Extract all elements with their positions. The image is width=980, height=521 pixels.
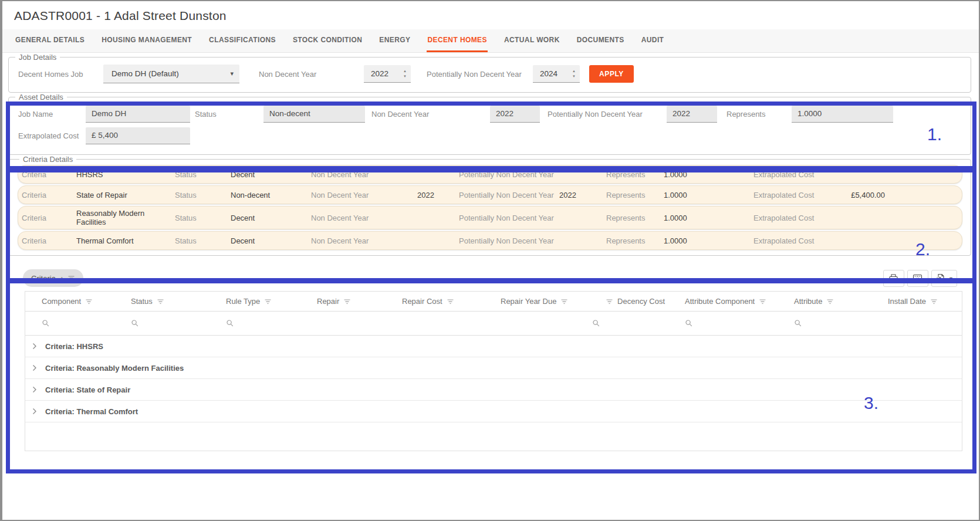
spinner-value: 2022 <box>371 69 388 78</box>
select-value: Demo DH (Default) <box>111 69 179 78</box>
non-decent-year-value: 2022 <box>379 191 440 199</box>
header-filter-icon[interactable] <box>560 299 568 305</box>
sort-ascending-icon: ↑ <box>60 274 64 283</box>
header-filter-icon[interactable] <box>759 299 766 305</box>
potentially-label: Potentially Non Decent Year <box>440 236 557 245</box>
export-button[interactable]: ▾ <box>931 270 957 287</box>
status-field: Non-decent <box>263 106 365 123</box>
group-row-hhsrs[interactable]: Criteria: HHSRS <box>25 336 962 357</box>
criteria-row-hhsrs: Criteria HHSRS Status Decent Non Decent … <box>18 165 962 184</box>
spinner-down-icon[interactable]: ▼ <box>572 75 576 78</box>
header-filter-icon[interactable] <box>826 299 834 305</box>
apply-button[interactable]: APPLY <box>589 65 634 83</box>
criteria-row-reasonably-modern-facilities: Criteria Reasonably Modern Facilities St… <box>18 206 962 229</box>
tab-actual-work[interactable]: ACTUAL WORK <box>503 29 560 52</box>
header-filter-icon[interactable] <box>157 299 164 305</box>
group-row-reasonably-modern-facilities[interactable]: Criteria: Reasonably Modern Facilities <box>25 357 962 379</box>
criteria-value: Thermal Comfort <box>76 236 175 245</box>
filter-cell-repair-year-due[interactable] <box>484 312 587 335</box>
spinner-up-icon[interactable]: ▲ <box>572 69 576 73</box>
tab-decent-homes[interactable]: DECENT HOMES <box>427 29 487 52</box>
tab-energy[interactable]: ENERGY <box>379 29 411 52</box>
filter-cell-repair-cost[interactable] <box>386 312 484 335</box>
represents-field: 1.0000 <box>792 106 893 123</box>
tab-audit[interactable]: AUDIT <box>641 29 665 52</box>
expand-chevron-icon[interactable] <box>32 364 37 371</box>
group-chip-label: Criteria <box>31 274 56 283</box>
tab-stock-condition[interactable]: STOCK CONDITION <box>292 29 363 52</box>
non-decent-year-spinner[interactable]: 2022 ▲ ▼ <box>364 65 411 83</box>
group-row-thermal-comfort[interactable]: Criteria: Thermal Comfort <box>25 401 962 422</box>
criteria-label: Criteria <box>22 236 76 245</box>
column-header-repair-year-due[interactable]: Repair Year Due <box>484 292 587 311</box>
group-row-state-of-repair[interactable]: Criteria: State of Repair <box>25 379 962 401</box>
tab-housing-management[interactable]: HOUSING MANAGEMENT <box>101 29 192 52</box>
group-row-label: Criteria: Thermal Comfort <box>45 407 138 416</box>
represents-value: 1.0000 <box>664 170 753 179</box>
tab-classifications[interactable]: CLASSIFICATIONS <box>208 29 276 52</box>
column-header-attribute[interactable]: Attribute <box>778 292 871 311</box>
represents-label: Represents <box>606 191 664 199</box>
potentially-non-decent-year-label: Potentially Non Decent Year <box>427 70 533 79</box>
extrapolated-cost-value: £5,400.00 <box>830 191 895 199</box>
filter-cell-install-date[interactable] <box>871 312 967 335</box>
print-button[interactable] <box>883 270 904 287</box>
grid-export-toolbar: ▾ <box>883 270 957 287</box>
non-decent-year-label: Non Decent Year <box>259 70 364 79</box>
filter-cell-decency-cost[interactable] <box>587 312 668 335</box>
filter-cell-component[interactable] <box>25 312 114 335</box>
extrapolated-cost-label: Extrapolated Cost <box>753 191 830 199</box>
filter-cell-rule-type[interactable] <box>209 312 300 335</box>
non-decent-year-label: Non Decent Year <box>311 236 379 245</box>
criteria-details-section: Criteria Details Criteria HHSRS Status D… <box>8 155 971 256</box>
decent-homes-job-select[interactable]: Demo DH (Default) ▾ <box>103 65 239 83</box>
potentially-value: 2022 <box>557 191 606 199</box>
expand-chevron-icon[interactable] <box>32 386 37 393</box>
column-header-attribute-component[interactable]: Attribute Component <box>668 292 778 311</box>
header-filter-icon[interactable] <box>930 299 938 305</box>
non-decent-year-label: Non Decent Year <box>311 170 379 179</box>
column-header-repair-cost[interactable]: Repair Cost <box>386 292 484 311</box>
status-label: Status <box>175 170 231 179</box>
column-header-install-date[interactable]: Install Date <box>871 292 967 311</box>
header-filter-icon[interactable] <box>264 299 272 305</box>
spinner-up-icon[interactable]: ▲ <box>403 69 407 73</box>
tab-general-details[interactable]: GENERAL DETAILS <box>15 29 85 52</box>
expand-chevron-icon[interactable] <box>32 343 37 350</box>
header-filter-icon[interactable] <box>85 299 93 305</box>
criteria-value: State of Repair <box>76 191 175 199</box>
non-decent-year-label: Non Decent Year <box>365 110 490 119</box>
tab-documents[interactable]: DOCUMENTS <box>576 29 625 52</box>
group-row-label: Criteria: HHSRS <box>45 342 103 351</box>
group-row-label: Criteria: Reasonably Modern Facilities <box>45 364 184 373</box>
column-header-decency-cost[interactable]: Decency Cost <box>587 292 668 311</box>
column-header-status[interactable]: Status <box>114 292 209 311</box>
export-file-icon <box>936 273 945 283</box>
column-header-rule-type[interactable]: Rule Type <box>209 292 300 311</box>
spinner-down-icon[interactable]: ▼ <box>403 75 407 78</box>
header-filter-icon[interactable] <box>67 275 75 281</box>
criteria-details-legend: Criteria Details <box>19 155 76 164</box>
filter-cell-status[interactable] <box>114 312 209 335</box>
tab-bar: GENERAL DETAILS HOUSING MANAGEMENT CLASS… <box>2 29 979 53</box>
job-name-label: Job Name <box>18 110 86 119</box>
header-filter-icon[interactable] <box>606 299 613 305</box>
filter-cell-attribute-component[interactable] <box>668 312 778 335</box>
status-value: Decent <box>231 236 311 245</box>
show-markup-button[interactable] <box>907 270 928 287</box>
title-bar: ADASTR0001 - 1 Adal Street Dunston <box>2 1 979 29</box>
header-filter-icon[interactable] <box>343 299 351 305</box>
export-menu-caret-icon[interactable]: ▾ <box>949 275 952 282</box>
represents-value: 1.0000 <box>664 214 753 222</box>
expand-chevron-icon[interactable] <box>32 408 37 415</box>
search-icon <box>685 319 693 327</box>
column-header-repair[interactable]: Repair <box>300 292 386 311</box>
column-header-component[interactable]: Component <box>25 292 114 311</box>
filter-cell-attribute[interactable] <box>778 312 871 335</box>
potentially-label: Potentially Non Decent Year <box>440 191 557 199</box>
filter-cell-repair[interactable] <box>300 312 386 335</box>
group-by-criteria-chip[interactable]: Criteria ↑ <box>23 269 83 287</box>
header-filter-icon[interactable] <box>447 299 454 305</box>
potentially-non-decent-year-spinner[interactable]: 2024 ▲ ▼ <box>533 65 580 83</box>
search-icon <box>42 319 50 327</box>
